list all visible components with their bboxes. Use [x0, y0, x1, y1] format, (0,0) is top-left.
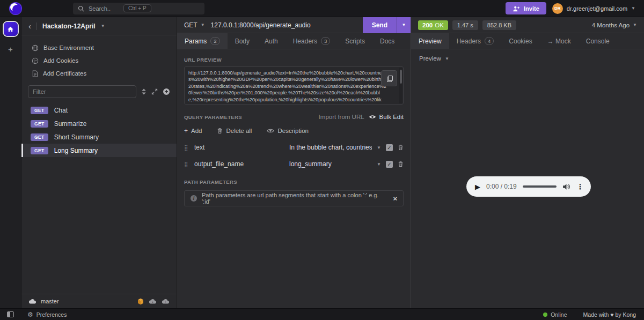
tab-cookies[interactable]: Cookies	[501, 33, 539, 49]
status-code: 200	[422, 22, 433, 28]
preferences-button[interactable]: ⚙ Preferences	[27, 311, 67, 318]
path-parameters-label: PATH PARAMETERS	[184, 179, 404, 185]
tab-scripts[interactable]: Scripts	[338, 33, 372, 49]
search-icon	[78, 5, 84, 12]
toggle-description-button[interactable]: Description	[267, 128, 309, 134]
copy-url-button[interactable]	[381, 70, 397, 86]
request-item-long-summary[interactable]: GET Long Summary	[21, 144, 177, 157]
expand-icon[interactable]	[151, 88, 158, 95]
git-branch-label[interactable]: master	[41, 298, 59, 304]
chevron-down-icon[interactable]: ▼	[101, 24, 105, 28]
response-history-dropdown[interactable]: 4 Months Ago ▼	[592, 22, 637, 28]
tab-label: Scripts	[345, 38, 365, 45]
tab-params[interactable]: Params 2	[177, 33, 228, 49]
add-param-button[interactable]: + Add	[184, 127, 202, 135]
tab-label: Console	[586, 38, 610, 45]
param-row-output-file-name: ⣿ output_file_name long_summary ▼ ✓	[184, 160, 404, 168]
audio-time: 0:00 / 0:19	[486, 183, 517, 190]
request-name: Summarize	[54, 120, 87, 128]
preview-mode-label: Preview	[419, 55, 441, 62]
bulk-edit-label: Bulk Edit	[379, 114, 404, 120]
account-menu[interactable]: DR dr.greenjet@gmail.com ▼	[552, 3, 635, 14]
bulk-edit-button[interactable]: Bulk Edit	[369, 114, 404, 120]
audio-seek-slider[interactable]	[523, 185, 557, 188]
add-certificates-item[interactable]: Add Certificates	[21, 67, 177, 80]
delete-param-icon[interactable]	[398, 144, 404, 151]
description-label: Description	[277, 128, 309, 134]
audio-menu-button[interactable]: ⋮	[576, 183, 584, 190]
tab-auth[interactable]: Auth	[257, 33, 286, 49]
insomnia-logo-icon[interactable]	[10, 3, 21, 14]
add-workspace-button[interactable]: +	[8, 44, 13, 54]
home-workspace-button[interactable]	[4, 22, 18, 36]
filter-input[interactable]	[28, 85, 136, 98]
tab-label: Headers	[457, 38, 481, 45]
param-value-input[interactable]: In the bubble chart, countries with hig	[289, 144, 372, 151]
param-options-dropdown[interactable]: ▼	[377, 145, 381, 150]
request-item-chat[interactable]: GET Chat	[21, 103, 177, 117]
sort-icon[interactable]	[141, 88, 147, 95]
tab-docs[interactable]: Docs	[372, 33, 402, 49]
status-bar: ⚙ Preferences Online Made with ♥ by Kong	[0, 308, 644, 320]
method-badge: GET	[31, 147, 48, 154]
request-item-summarize[interactable]: GET Summarize	[21, 117, 177, 130]
params-count-badge: 2	[210, 37, 219, 45]
tab-headers[interactable]: Headers 3	[286, 33, 338, 49]
online-status[interactable]: Online	[543, 311, 567, 318]
cookie-icon	[32, 57, 39, 64]
delete-param-icon[interactable]	[398, 161, 404, 167]
response-header: 200OK 1.47 s 852.8 KB 4 Months Ago ▼	[411, 17, 644, 33]
tab-label: Cookies	[509, 38, 532, 45]
globe-icon	[32, 44, 39, 51]
tab-response-headers[interactable]: Headers 4	[449, 33, 502, 49]
preview-mode-dropdown[interactable]: Preview ▼	[411, 49, 644, 68]
method-badge: GET	[31, 133, 48, 141]
import-from-url-button[interactable]: Import from URL	[319, 114, 364, 120]
param-options-dropdown[interactable]: ▼	[377, 162, 381, 167]
send-button[interactable]: Send	[363, 17, 397, 33]
tab-label: → Mock	[547, 38, 571, 45]
send-options-button[interactable]: ▼	[397, 17, 411, 33]
add-request-icon[interactable]	[163, 88, 170, 95]
workspace-name[interactable]: Hackaton-12April	[42, 23, 96, 30]
changes-cube-icon[interactable]	[137, 298, 144, 305]
param-enabled-checkbox[interactable]: ✓	[386, 144, 393, 151]
request-item-short-summary[interactable]: GET Short Summary	[21, 130, 177, 144]
volume-icon[interactable]	[562, 183, 570, 190]
request-url-input[interactable]: 127.0.0.1:8000/api/generate_audio	[211, 21, 311, 29]
method-dropdown[interactable]: GET ▼	[184, 21, 205, 29]
response-tabs: Preview Headers 4 Cookies → Mock Console	[411, 33, 644, 49]
search-placeholder: Search..	[89, 5, 111, 12]
param-enabled-checkbox[interactable]: ✓	[386, 161, 393, 168]
tab-mock[interactable]: → Mock	[540, 33, 579, 49]
status-text: OK	[435, 22, 444, 28]
tab-console[interactable]: Console	[579, 33, 617, 49]
param-name-input[interactable]: text	[194, 144, 284, 151]
drag-handle-icon[interactable]: ⣿	[184, 161, 189, 167]
param-name-input[interactable]: output_file_name	[194, 160, 284, 168]
response-time-badge: 1.47 s	[452, 20, 478, 30]
param-row-text: ⣿ text In the bubble chart, countries wi…	[184, 144, 404, 151]
home-icon	[7, 26, 14, 33]
toggle-sidebar-icon[interactable]	[7, 311, 14, 317]
invite-button[interactable]: Invite	[506, 2, 546, 14]
close-icon[interactable]: ×	[393, 195, 397, 203]
add-cookies-item[interactable]: Add Cookies	[21, 54, 177, 67]
request-list: GET Chat GET Summarize GET Short Summary…	[21, 102, 177, 294]
request-name: Long Summary	[54, 147, 98, 154]
response-pane: 200OK 1.47 s 852.8 KB 4 Months Ago ▼ Pre…	[411, 17, 644, 308]
search-shortcut-kbd: Ctrl + P	[123, 4, 151, 12]
tab-body[interactable]: Body	[228, 33, 257, 49]
delete-all-button[interactable]: Delete all	[217, 128, 252, 134]
back-button[interactable]: ‹	[28, 22, 31, 30]
base-environment-item[interactable]: Base Environment	[21, 41, 177, 54]
tab-preview[interactable]: Preview	[411, 33, 449, 49]
sidebar: ‹ Hackaton-12April ▼ Base Environment Ad…	[21, 17, 177, 308]
cloud-pull-icon[interactable]: ↓	[149, 299, 157, 304]
param-value-input[interactable]: long_summary	[289, 160, 372, 168]
play-button[interactable]: ▶	[475, 183, 480, 190]
drag-handle-icon[interactable]: ⣿	[184, 145, 189, 151]
cloud-push-icon[interactable]: ↑	[162, 299, 170, 304]
scrollbar[interactable]	[399, 68, 402, 103]
global-search-input[interactable]: Search.. Ctrl + P	[73, 3, 204, 14]
